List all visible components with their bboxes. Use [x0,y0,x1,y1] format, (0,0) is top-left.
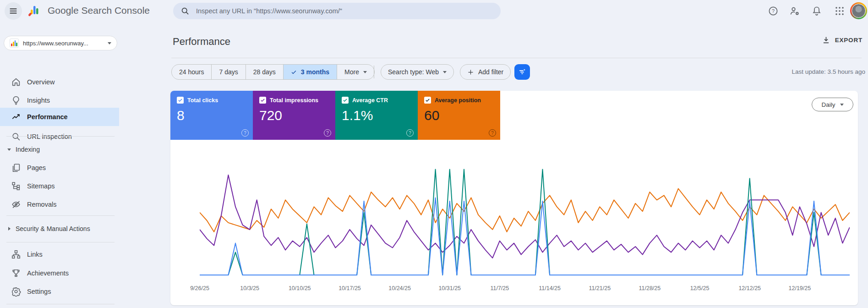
chevron-expanded-icon [7,147,11,152]
search-input[interactable] [196,7,493,15]
chevron-down-icon [840,104,844,106]
hamburger-menu-button[interactable] [5,2,22,20]
x-axis-tick-label: 10/3/25 [240,285,259,292]
range-7-days[interactable]: 7 days [211,65,245,79]
sidebar-item-label: Links [27,251,43,258]
metric-label: Average CTR [352,97,388,104]
range-28-days[interactable]: 28 days [246,65,283,79]
x-axis-tick-label: 11/7/25 [490,285,509,292]
range-label: 24 hours [179,68,204,76]
help-icon[interactable]: ? [324,129,331,137]
range-label: More [344,68,359,76]
sidebar-item-removals[interactable]: Removals [0,195,119,214]
x-axis-labels: 9/26/25 10/3/25 10/10/25 10/17/25 10/24/… [200,285,850,292]
sidebar-item-label: Performance [27,113,68,121]
sidebar-item-achievements[interactable]: Achievements [0,264,119,282]
sidebar-group-label: Indexing [16,146,40,153]
x-axis-tick-label: 11/28/25 [639,285,661,292]
search-icon [11,132,21,142]
range-more[interactable]: More [337,65,374,79]
avatar[interactable] [850,2,867,19]
last-update-text: Last update: 3.5 hours ago [792,68,865,75]
help-icon[interactable]: ? [768,6,779,16]
metric-value: 720 [259,108,329,123]
x-axis-tick-label: 10/17/25 [338,285,361,292]
checkbox-checked-icon[interactable] [259,97,266,104]
range-24-hours[interactable]: 24 hours [172,65,211,79]
sidebar-item-label: URL inspection [27,133,72,140]
header-divider [171,58,862,58]
metric-label: Total clicks [187,97,218,104]
help-icon[interactable]: ? [241,129,249,137]
filter-settings-button[interactable] [514,64,530,80]
performance-chart-card: Total clicks 8 ? Total impressions 720 ?… [170,91,858,305]
gear-icon [11,286,21,297]
sidebar-item-sitemaps[interactable]: Sitemaps [0,177,119,195]
granularity-dropdown[interactable]: Daily [812,98,853,111]
product-name[interactable]: Google Search Console [48,5,150,16]
metric-card-average-position[interactable]: Average position 60 ? [418,91,500,140]
chart-plot-area[interactable] [200,158,850,277]
chevron-down-icon [443,71,447,73]
chart-series-ctr [200,169,850,275]
metric-card-total-impressions[interactable]: Total impressions 720 ? [253,91,335,140]
range-label: 7 days [219,68,238,76]
lightbulb-icon [11,95,21,105]
metric-card-total-clicks[interactable]: Total clicks 8 ? [170,91,253,140]
performance-chart [200,158,850,277]
sidebar-group-security[interactable]: Security & Manual Actions [0,221,119,236]
performance-trend-icon [11,112,21,122]
metric-label: Average position [435,97,481,104]
x-axis-tick-label: 10/10/25 [289,285,311,292]
metric-value: 8 [177,108,246,123]
sidebar-item-links[interactable]: Links [0,245,119,264]
url-inspection-searchbox[interactable] [173,3,501,19]
add-filter-chip[interactable]: Add filter [460,64,511,80]
x-axis-tick-label: 9/26/25 [190,285,209,292]
sidebar-item-overview[interactable]: Overview [0,73,119,91]
page-title: Performance [173,36,230,48]
sidebar-item-label: Overview [27,78,55,86]
range-label: 3 months [301,68,329,76]
x-axis-tick-label: 12/5/25 [690,285,710,292]
search-type-chip[interactable]: Search type: Web [381,64,454,80]
sidebar-item-settings[interactable]: Settings [0,282,119,301]
sidebar-divider [6,136,115,137]
search-console-logo-icon[interactable] [27,4,43,18]
search-type-label: Search type: Web [388,68,439,76]
sidebar-divider [6,215,115,216]
help-icon[interactable]: ? [489,129,496,137]
x-axis-tick-label: 11/21/25 [589,285,611,292]
range-3-months[interactable]: 3 months [283,65,337,79]
apps-grid-icon[interactable] [834,6,845,16]
sidebar-item-performance[interactable]: Performance [0,108,119,126]
property-selector[interactable]: https://www.seorunway... [4,36,117,50]
sidebar-group-indexing[interactable]: Indexing [0,142,119,157]
checkbox-checked-icon[interactable] [342,97,349,104]
x-axis-tick-label: 11/14/25 [539,285,561,292]
filter-sparkle-icon [518,67,527,77]
export-button[interactable]: EXPORT [822,36,863,44]
top-app-bar: Google Search Console ? [0,0,868,22]
date-range-segmented-control: 24 hours 7 days 28 days 3 months More [171,64,375,80]
sidebar-item-pages[interactable]: Pages [0,159,119,177]
sidebar: https://www.seorunway... Overview Insigh… [0,22,119,308]
trophy-icon [11,268,21,278]
eye-off-icon [11,199,21,209]
sidebar-item-label: Sitemaps [27,182,55,190]
metric-value: 1.1% [342,108,411,123]
manage-account-icon[interactable] [789,6,800,16]
sidebar-item-insights[interactable]: Insights [0,91,119,110]
avatar-photo [852,4,866,18]
checkbox-checked-icon[interactable] [177,97,184,104]
download-icon [822,36,830,44]
plus-icon [467,69,474,76]
metric-card-average-ctr[interactable]: Average CTR 1.1% ? [335,91,418,140]
x-axis-tick-label: 10/24/25 [388,285,411,292]
help-icon[interactable]: ? [406,129,414,137]
sidebar-item-label: Removals [27,201,56,208]
x-axis-tick-label: 12/19/25 [789,285,811,292]
checkbox-checked-icon[interactable] [424,97,431,104]
notifications-bell-icon[interactable] [811,6,822,16]
sidebar-item-label: Achievements [27,270,69,277]
